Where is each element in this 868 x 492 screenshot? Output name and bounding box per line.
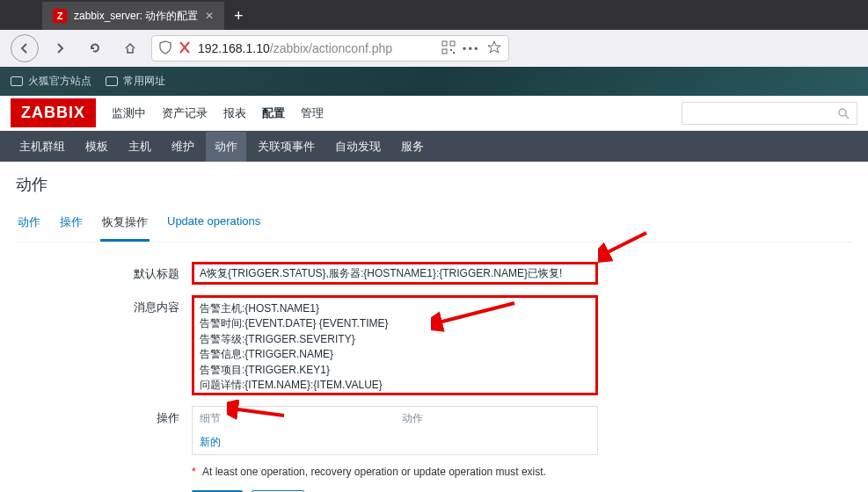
- col-action: 动作: [395, 407, 597, 430]
- svg-rect-2: [442, 49, 447, 54]
- address-bar[interactable]: 192.168.1.10/zabbix/actionconf.php •••: [151, 35, 509, 62]
- bookmark-star-icon[interactable]: [487, 40, 501, 57]
- textarea-message[interactable]: 告警主机:{HOST.NAME1} 告警时间:{EVENT.DATE} {EVE…: [192, 295, 598, 395]
- link-new-operation[interactable]: 新的: [193, 430, 597, 454]
- svg-rect-3: [450, 49, 452, 51]
- nav-administration[interactable]: 管理: [301, 105, 324, 121]
- close-tab-icon[interactable]: ✕: [205, 10, 214, 22]
- svg-rect-4: [453, 52, 455, 54]
- more-icon[interactable]: •••: [463, 42, 480, 55]
- svg-line-6: [845, 115, 849, 119]
- back-button[interactable]: [11, 34, 39, 62]
- folder-icon: [106, 76, 118, 86]
- tab-action[interactable]: 动作: [16, 214, 42, 242]
- subnav-services[interactable]: 服务: [392, 132, 433, 162]
- page-title: 动作: [16, 174, 852, 195]
- search-icon: [837, 107, 850, 119]
- global-search[interactable]: [682, 102, 857, 125]
- operations-table: 细节 动作 新的: [192, 406, 598, 455]
- tab-favicon: Z: [53, 9, 67, 23]
- tab-recovery-operation[interactable]: 恢复操作: [100, 214, 150, 242]
- required-star: *: [192, 466, 196, 478]
- home-button[interactable]: [116, 34, 144, 62]
- tab-title: zabbix_server: 动作的配置: [74, 9, 198, 24]
- tab-update-operations[interactable]: Update operations: [165, 214, 262, 242]
- qr-icon[interactable]: [441, 40, 456, 57]
- subnav-hosts[interactable]: 主机: [120, 132, 160, 162]
- browser-tab[interactable]: Z zabbix_server: 动作的配置 ✕: [42, 2, 224, 30]
- url-text: 192.168.1.10/zabbix/actionconf.php: [198, 41, 392, 55]
- subnav-hostgroups[interactable]: 主机群组: [11, 132, 74, 162]
- validation-text: At least one operation, recovery operati…: [202, 466, 546, 478]
- label-default-subject: 默认标题: [16, 262, 192, 282]
- nav-configuration[interactable]: 配置: [262, 105, 285, 121]
- zabbix-logo[interactable]: ZABBIX: [11, 98, 96, 127]
- svg-point-5: [839, 109, 846, 116]
- label-operations: 操作: [16, 406, 192, 426]
- shield-icon: [159, 40, 171, 57]
- cert-icon: [179, 40, 191, 57]
- col-details: 细节: [193, 407, 395, 430]
- tab-operation[interactable]: 操作: [58, 214, 84, 242]
- bookmark-common[interactable]: 常用网址: [106, 74, 165, 89]
- input-default-subject[interactable]: [192, 262, 598, 285]
- subnav-templates[interactable]: 模板: [77, 132, 117, 162]
- subnav-discovery[interactable]: 自动发现: [326, 132, 390, 162]
- svg-rect-0: [442, 41, 447, 46]
- forward-button[interactable]: [46, 34, 74, 62]
- nav-reports[interactable]: 报表: [223, 105, 246, 121]
- new-tab-button[interactable]: +: [224, 2, 252, 30]
- nav-monitoring[interactable]: 监测中: [112, 105, 146, 121]
- label-message: 消息内容: [16, 295, 192, 315]
- reload-button[interactable]: [81, 34, 109, 62]
- subnav-maintenance[interactable]: 维护: [163, 132, 203, 162]
- subnav-actions[interactable]: 动作: [206, 132, 246, 162]
- bookmark-firefox[interactable]: 火狐官方站点: [11, 74, 91, 89]
- nav-inventory[interactable]: 资产记录: [162, 105, 208, 121]
- folder-icon: [11, 76, 23, 86]
- svg-rect-1: [450, 41, 455, 46]
- subnav-correlation[interactable]: 关联项事件: [249, 132, 324, 162]
